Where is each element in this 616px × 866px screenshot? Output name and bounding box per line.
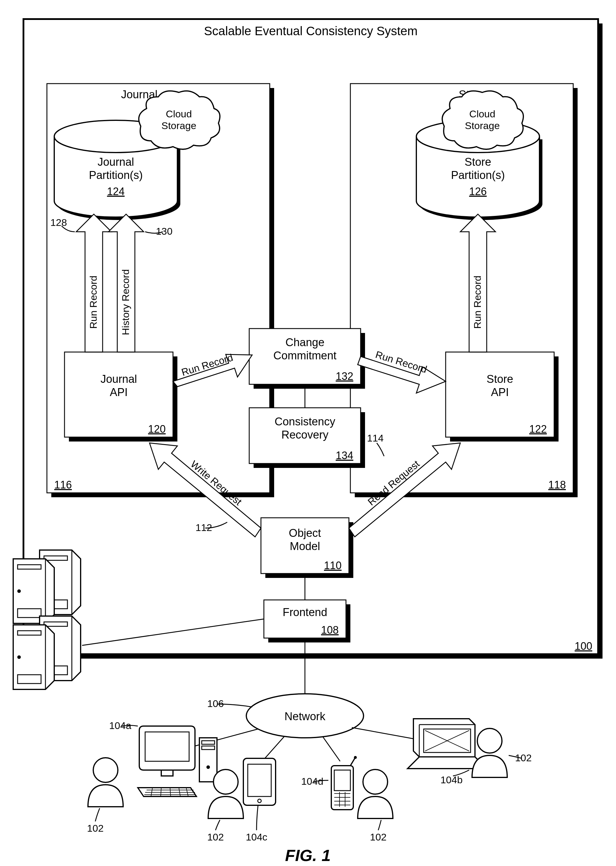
store-api-ref: 122 bbox=[529, 423, 547, 435]
svg-text:Journal: Journal bbox=[101, 373, 137, 385]
journal-cloud: Cloud Storage bbox=[139, 91, 220, 149]
svg-text:Cloud: Cloud bbox=[166, 108, 192, 120]
svg-text:Run Record: Run Record bbox=[88, 276, 99, 329]
journal-partitions-label-1: Journal bbox=[97, 156, 134, 168]
svg-text:Cloud: Cloud bbox=[470, 108, 495, 120]
ref-102-4: 102 bbox=[515, 752, 532, 763]
client-phone bbox=[331, 756, 357, 810]
svg-line-88 bbox=[350, 758, 355, 766]
user-icon-3 bbox=[358, 770, 393, 819]
consistency-recovery-ref: 134 bbox=[336, 449, 353, 461]
ref-130: 130 bbox=[156, 225, 173, 237]
figure-label: FIG. 1 bbox=[285, 846, 331, 864]
client-laptop bbox=[407, 719, 487, 768]
svg-text:Object: Object bbox=[289, 527, 321, 539]
journal-partitions-ref: 124 bbox=[107, 186, 125, 197]
svg-text:Change: Change bbox=[285, 336, 324, 348]
svg-line-60 bbox=[352, 727, 416, 739]
ref-104c: 104c bbox=[246, 831, 267, 842]
ref-112: 112 bbox=[196, 522, 212, 533]
svg-text:Commitment: Commitment bbox=[273, 350, 336, 362]
svg-text:Partition(s): Partition(s) bbox=[451, 169, 505, 181]
ref-102-1: 102 bbox=[87, 823, 104, 834]
frontend-label: Frontend bbox=[283, 606, 327, 619]
svg-text:Storage: Storage bbox=[465, 120, 500, 131]
svg-text:Store: Store bbox=[465, 156, 491, 168]
diagram-root: Scalable Eventual Consistency System 100… bbox=[0, 0, 616, 866]
svg-text:Consistency: Consistency bbox=[275, 416, 335, 428]
svg-text:Store: Store bbox=[487, 373, 513, 385]
svg-text:Model: Model bbox=[290, 540, 320, 553]
ref-102-3: 102 bbox=[370, 831, 387, 842]
server-stack-icon bbox=[13, 550, 81, 690]
ref-106: 106 bbox=[207, 698, 224, 709]
user-icon-1 bbox=[88, 758, 123, 807]
svg-text:Storage: Storage bbox=[161, 120, 196, 131]
svg-point-75 bbox=[93, 758, 118, 783]
system-ref: 100 bbox=[575, 640, 592, 652]
svg-line-59 bbox=[322, 736, 340, 761]
svg-point-45 bbox=[17, 589, 21, 593]
svg-text:API: API bbox=[491, 386, 509, 398]
svg-text:Run Record: Run Record bbox=[472, 276, 483, 329]
svg-rect-62 bbox=[161, 770, 173, 776]
frontend-ref: 108 bbox=[321, 624, 339, 636]
client-desktop bbox=[138, 726, 217, 797]
journal-partitions-label-2: Partition(s) bbox=[89, 169, 143, 181]
journal-box-ref: 116 bbox=[54, 479, 72, 491]
store-box-ref: 118 bbox=[548, 479, 566, 491]
network-label: Network bbox=[284, 710, 325, 723]
ref-128: 128 bbox=[50, 217, 67, 228]
ref-104b: 104b bbox=[440, 774, 463, 785]
system-title: Scalable Eventual Consistency System bbox=[204, 24, 418, 38]
svg-text:History Record: History Record bbox=[120, 269, 131, 335]
store-partitions-ref: 126 bbox=[469, 186, 487, 197]
svg-point-89 bbox=[354, 756, 357, 759]
ref-104d: 104d bbox=[301, 776, 324, 787]
svg-text:API: API bbox=[110, 386, 127, 398]
journal-api-ref: 120 bbox=[148, 423, 166, 435]
svg-text:Recovery: Recovery bbox=[281, 428, 328, 441]
ref-104a: 104a bbox=[109, 720, 131, 731]
svg-point-79 bbox=[214, 770, 238, 794]
object-model-ref: 110 bbox=[324, 559, 342, 572]
client-tablet bbox=[244, 758, 276, 805]
ref-114: 114 bbox=[367, 432, 384, 444]
svg-point-55 bbox=[17, 655, 21, 659]
svg-point-95 bbox=[477, 728, 502, 753]
svg-point-66 bbox=[206, 765, 210, 769]
change-commitment-ref: 132 bbox=[336, 370, 353, 382]
svg-point-90 bbox=[363, 770, 388, 794]
ref-102-2: 102 bbox=[207, 831, 224, 842]
user-icon-4 bbox=[472, 728, 507, 778]
store-cloud: Cloud Storage bbox=[442, 91, 523, 149]
